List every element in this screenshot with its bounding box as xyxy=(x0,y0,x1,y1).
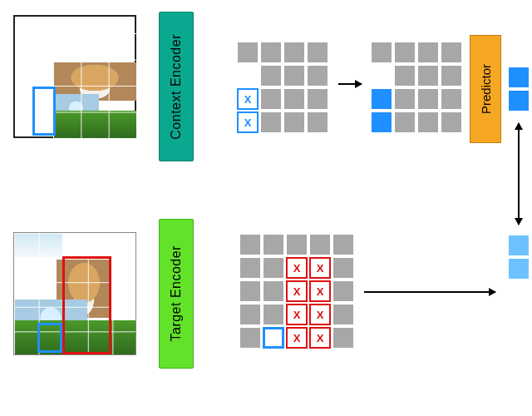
context-input-image xyxy=(53,33,136,138)
predictor-block: Predictor xyxy=(470,35,501,143)
target-blue-highlight xyxy=(37,323,62,353)
target-encoder-block: Target Encoder xyxy=(159,219,194,369)
mask-token-icon: X xyxy=(311,259,329,277)
target-red-highlight xyxy=(62,256,111,354)
mask-token-icon: X xyxy=(239,113,257,131)
context-encoder-label: Context Encoder xyxy=(169,34,184,140)
mask-token-icon: X xyxy=(239,90,257,108)
context-encoder-block: Context Encoder xyxy=(159,12,194,161)
mask-token-icon: X xyxy=(311,305,329,324)
target-encoder-label: Target Encoder xyxy=(169,245,184,342)
mask-token-icon: X xyxy=(311,329,329,347)
mask-token-icon: X xyxy=(288,305,306,324)
compare-arrow-icon xyxy=(518,123,520,225)
predictor-label: Predictor xyxy=(479,64,493,114)
mask-token-icon: X xyxy=(288,329,306,347)
context-blue-highlight xyxy=(32,87,56,136)
mask-token-icon: X xyxy=(288,259,306,277)
diagram-root: Context Encoder X X xyxy=(0,0,532,416)
arrow-icon xyxy=(364,291,495,293)
mask-token-icon: X xyxy=(311,282,329,300)
arrow-icon xyxy=(338,83,362,85)
mask-token-icon: X xyxy=(288,282,306,300)
